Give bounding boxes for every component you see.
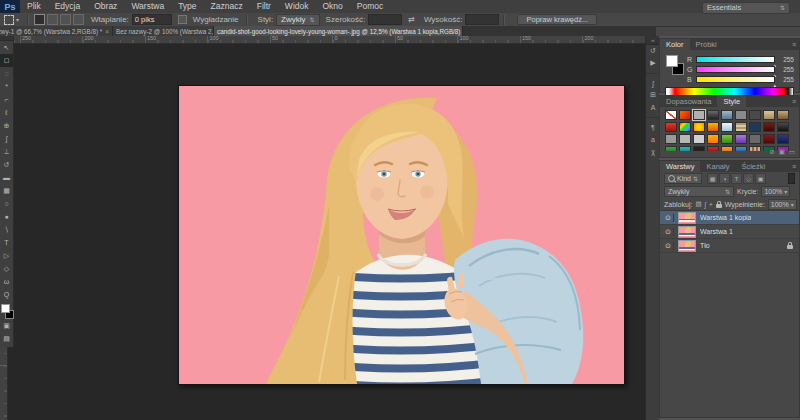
style-swatch[interactable] (749, 146, 761, 151)
filter-shape-layers-icon[interactable]: ◇ (743, 173, 754, 184)
style-swatch[interactable] (735, 146, 747, 151)
hand-tool[interactable]: ω (0, 275, 13, 288)
refine-edge-button[interactable]: Popraw krawędź... (517, 14, 597, 25)
pen-tool[interactable]: ∖ (0, 223, 13, 236)
crop-tool[interactable]: ⌐ (0, 93, 13, 106)
style-swatch[interactable] (679, 110, 691, 120)
eyedropper-tool[interactable]: ℓ (0, 106, 13, 119)
fill-input[interactable]: 100% ▾ (768, 199, 797, 210)
style-swatch[interactable] (721, 110, 733, 120)
style-swatch[interactable] (679, 146, 691, 151)
menu-item-pomoc[interactable]: Pomoc (350, 0, 390, 13)
tab-kolor[interactable]: Kolor (660, 39, 690, 50)
style-swatch[interactable] (665, 134, 677, 144)
menu-item-obraz[interactable]: Obraz (87, 0, 124, 13)
clear-style-icon[interactable]: ⊘ (769, 148, 774, 156)
filter-smart-objects-icon[interactable]: ▣ (755, 173, 766, 184)
brush-tool[interactable]: ʃ (0, 132, 13, 145)
style-swatch[interactable] (777, 110, 789, 120)
style-swatch[interactable] (707, 146, 719, 151)
menu-item-zaznacz[interactable]: Zaznacz (204, 0, 250, 13)
style-swatch[interactable] (735, 110, 747, 120)
style-swatch[interactable] (707, 134, 719, 144)
subtract-selection-mode-button[interactable] (60, 14, 71, 25)
filter-pixel-layers-icon[interactable]: ▦ (707, 173, 718, 184)
style-swatch[interactable] (693, 122, 705, 132)
document-tab[interactable]: Bez nazwy-2 @ 100% (Warstwa 2,RGB/8) *× (113, 26, 214, 36)
color-swatch-widget[interactable] (0, 303, 13, 319)
panel-menu-icon[interactable]: ≡ (792, 41, 796, 48)
add-selection-mode-button[interactable] (47, 14, 58, 25)
layer-thumbnail[interactable] (678, 212, 696, 224)
style-swatch[interactable] (777, 134, 789, 144)
zoom-tool[interactable]: Q (0, 288, 13, 301)
expand-panels-icon[interactable]: « (646, 36, 660, 45)
style-swatch[interactable] (749, 122, 761, 132)
style-swatch[interactable] (665, 122, 677, 132)
clone-source-panel-icon[interactable]: ⊞ (646, 89, 660, 101)
move-tool[interactable]: ↖ (0, 41, 13, 54)
close-icon[interactable]: × (105, 28, 109, 35)
visibility-eye-icon[interactable]: ⊙ (663, 228, 674, 236)
intersect-selection-mode-button[interactable] (73, 14, 84, 25)
canvas-photo[interactable] (178, 85, 625, 385)
style-swatch[interactable] (679, 122, 691, 132)
panel-menu-icon[interactable]: ≡ (792, 98, 796, 105)
history-brush-tool[interactable]: ↺ (0, 158, 13, 171)
screen-mode-button[interactable]: ▤ (0, 332, 13, 345)
antialias-checkbox[interactable] (178, 15, 187, 24)
style-swatch[interactable] (693, 110, 705, 120)
style-swatch[interactable] (763, 122, 775, 132)
lock-transparency-button[interactable]: ▨ (695, 200, 701, 208)
blur-tool[interactable]: ○ (0, 197, 13, 210)
menu-item-type[interactable]: Type (171, 0, 203, 13)
lasso-tool[interactable]: ◌ (0, 67, 13, 80)
layer-row[interactable]: ⊙Tło (660, 239, 799, 253)
horizontal-ruler[interactable]: 25020015010050050100150200250 (0, 36, 656, 44)
character-styles-panel-icon[interactable]: a (646, 133, 660, 145)
channel-slider[interactable] (696, 66, 775, 73)
style-swatch[interactable] (665, 110, 677, 120)
style-swatch[interactable] (749, 134, 761, 144)
width-input[interactable] (368, 14, 402, 25)
style-swatch[interactable] (707, 122, 719, 132)
lock-all-button[interactable] (716, 204, 722, 208)
tab-ścieżki[interactable]: Ścieżki (735, 161, 771, 172)
dodge-tool[interactable]: ● (0, 210, 13, 223)
history-panel-icon[interactable]: ↺ (646, 45, 660, 57)
style-swatch[interactable] (721, 146, 733, 151)
height-input[interactable] (465, 14, 499, 25)
visibility-eye-icon[interactable]: ⊙ (663, 242, 674, 250)
menu-item-plik[interactable]: Plik (20, 0, 48, 13)
layer-row[interactable]: ⊙Warstwa 1 kopia (660, 211, 799, 225)
style-swatch[interactable] (665, 146, 677, 151)
tab-kanały[interactable]: Kanały (700, 161, 735, 172)
menu-item-edycja[interactable]: Edycja (48, 0, 88, 13)
style-swatch[interactable] (735, 134, 747, 144)
path-selection-tool[interactable]: ▷ (0, 249, 13, 262)
new-selection-mode-button[interactable] (34, 14, 45, 25)
workspace-switcher[interactable]: Essentials ⇅ (702, 2, 790, 14)
panel-menu-icon[interactable]: ≡ (792, 163, 796, 170)
layer-filter-toggle[interactable] (788, 173, 795, 184)
measurement-panel-icon[interactable]: χ (646, 145, 660, 157)
color-swatches[interactable] (665, 54, 687, 78)
tab-style[interactable]: Style (717, 96, 746, 107)
quick-mask-button[interactable]: ▣ (0, 319, 13, 332)
layer-filter-kind-select[interactable]: Kind ⇅ (664, 173, 702, 184)
visibility-eye-icon[interactable]: ⊙ (663, 214, 674, 222)
menu-item-filtr[interactable]: Filtr (250, 0, 278, 13)
delete-style-icon[interactable]: ▭ (789, 148, 795, 156)
style-swatch[interactable] (707, 110, 719, 120)
lock-pixels-button[interactable]: ʃ (705, 201, 706, 208)
style-swatch[interactable] (693, 134, 705, 144)
new-style-icon[interactable]: ▣ (779, 148, 785, 156)
tab-próbki[interactable]: Próbki (690, 39, 723, 50)
style-swatch[interactable] (763, 134, 775, 144)
tool-preset-picker[interactable]: ▾ (0, 15, 23, 25)
menu-item-okno[interactable]: Okno (315, 0, 349, 13)
document-tab[interactable]: candid-shot-good-looking-lovely-young-wo… (214, 26, 463, 36)
style-swatch[interactable] (763, 110, 775, 120)
type-tool[interactable]: T (0, 236, 13, 249)
style-swatch[interactable] (777, 122, 789, 132)
